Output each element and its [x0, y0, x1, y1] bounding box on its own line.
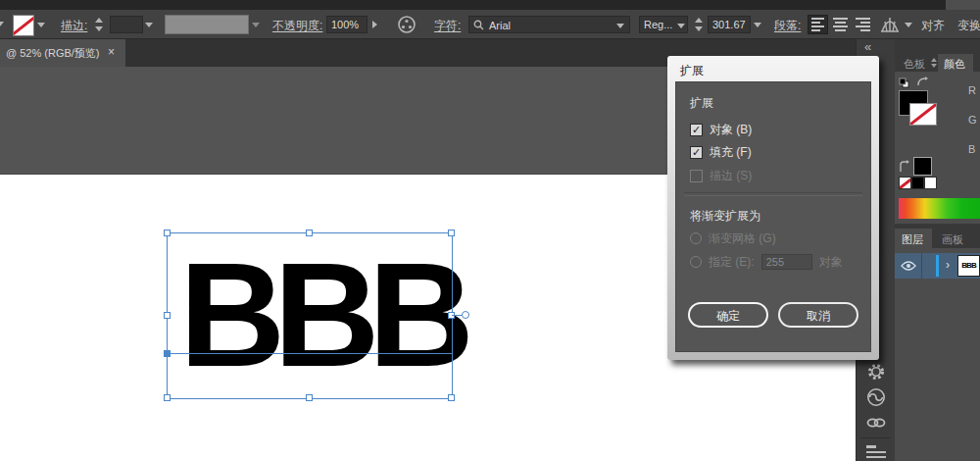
stroke-label[interactable]: 描边: — [61, 18, 87, 34]
tab-cycle-icon[interactable] — [930, 57, 938, 69]
brush-definition-chevron-icon[interactable] — [905, 23, 912, 27]
align-left-button[interactable] — [808, 15, 828, 34]
tab-artboards[interactable]: 画板 — [942, 232, 963, 247]
stroke-weight-field[interactable] — [110, 16, 143, 33]
expand-section-label: 扩展 — [690, 95, 713, 112]
align-panel-button[interactable]: 对齐 — [921, 18, 945, 34]
baseline-line — [167, 353, 452, 354]
stroke-proxy-swatch[interactable] — [909, 103, 937, 126]
radio-icon — [690, 256, 702, 268]
collapse-panels-icon[interactable]: « — [864, 39, 871, 54]
checkbox-fill-label: 填充 (F) — [710, 144, 752, 161]
variable-width-profile-select[interactable] — [165, 15, 249, 34]
font-style-select[interactable]: Reg... — [639, 16, 688, 33]
specify-suffix-label: 对象 — [819, 254, 843, 271]
profile-chevron-icon[interactable] — [252, 23, 260, 27]
default-swatches-icon[interactable] — [899, 77, 909, 88]
character-label[interactable]: 字符: — [434, 18, 461, 34]
brush-definition-icon[interactable] — [879, 16, 901, 33]
checkbox-stroke-label: 描边 (S) — [710, 168, 752, 184]
font-search-icon — [473, 20, 484, 30]
font-family-input[interactable]: Arial — [468, 16, 630, 33]
checkbox-checked-icon[interactable]: ✓ — [690, 146, 703, 159]
active-color-swatch[interactable] — [913, 157, 932, 176]
creative-cloud-icon[interactable] — [865, 386, 887, 408]
color-spectrum-bar[interactable] — [899, 198, 980, 219]
layers-panel-tabs: 图层 画板 — [895, 229, 980, 248]
swap-fill-stroke-icon[interactable] — [916, 77, 929, 88]
link-icon[interactable] — [865, 412, 887, 434]
panel-dock-header — [895, 39, 980, 54]
font-family-chevron-icon — [616, 24, 624, 28]
black-swatch-small[interactable] — [911, 177, 924, 189]
layer-row[interactable]: › BBB — [895, 253, 980, 279]
gear-icon[interactable] — [865, 361, 887, 383]
selection-handle[interactable] — [448, 394, 455, 401]
checkbox-fill[interactable]: ✓ 填充 (F) — [690, 145, 752, 159]
layer-thumbnail[interactable]: BBB — [957, 255, 980, 277]
selection-handle[interactable] — [306, 230, 313, 236]
align-right-button[interactable] — [853, 15, 873, 34]
layer-expand-chevron-icon[interactable]: › — [946, 258, 950, 272]
recolor-artwork-icon[interactable] — [397, 15, 416, 34]
g-channel-label: G — [968, 114, 977, 126]
tab-color[interactable]: 颜色 — [944, 57, 965, 72]
ok-button[interactable]: 确定 — [688, 302, 768, 328]
panel-column: 色板 颜色 R G B — [895, 39, 980, 461]
strip-divider — [860, 437, 890, 438]
font-size-field[interactable]: 301.67 — [708, 16, 751, 33]
paragraph-label[interactable]: 段落: — [774, 18, 801, 34]
gradient-section-label: 将渐变扩展为 — [690, 208, 760, 225]
baseline-handle[interactable] — [164, 350, 171, 357]
radio-gradient-mesh: 渐变网格 (G) — [690, 231, 776, 245]
tab-layers[interactable]: 图层 — [902, 232, 923, 247]
tab-swatches[interactable]: 色板 — [904, 57, 925, 72]
radio-icon — [690, 232, 702, 244]
dialog-title: 扩展 — [680, 63, 704, 79]
radio-specify: 指定 (E): 255 对象 — [690, 255, 843, 269]
selection-handle[interactable] — [164, 312, 171, 319]
selection-handle[interactable] — [306, 394, 313, 401]
selection-handle[interactable] — [164, 230, 171, 236]
document-tab-title: @ 52% (RGB/预览) — [6, 46, 100, 61]
eye-icon[interactable] — [901, 261, 916, 271]
color-panel-tabs: 色板 颜色 — [895, 54, 980, 72]
dialog-divider — [684, 192, 862, 196]
b-channel-label: B — [968, 143, 975, 155]
checkbox-object-label: 对象 (B) — [710, 122, 752, 138]
specify-input: 255 — [761, 254, 812, 270]
stroke-weight-chevron-icon[interactable] — [145, 23, 153, 27]
illustrator-window: 描边: 不透明度: 100% 字符: Arial Reg... — [0, 0, 980, 461]
app-bar — [0, 0, 980, 10]
selection-box[interactable] — [167, 232, 453, 399]
font-family-value: Arial — [489, 18, 511, 33]
align-center-button[interactable] — [830, 15, 851, 34]
libraries-icon[interactable] — [866, 445, 886, 461]
font-style-value: Reg... — [644, 19, 672, 30]
dialog-body: 扩展 ✓ 对象 (B) ✓ 填充 (F) 描边 (S) 将渐变扩展为 渐变网格 … — [675, 81, 871, 352]
selection-handle[interactable] — [164, 394, 171, 401]
opacity-label[interactable]: 不透明度: — [272, 18, 322, 34]
radio-gradient-mesh-label: 渐变网格 (G) — [709, 230, 776, 247]
opacity-field[interactable]: 100% — [326, 16, 368, 33]
tab-close-icon[interactable]: × — [108, 45, 115, 59]
none-swatch-small[interactable] — [899, 177, 911, 189]
opacity-chevron-icon[interactable] — [372, 21, 377, 28]
side-widget-circle[interactable] — [462, 311, 469, 319]
document-tab[interactable]: @ 52% (RGB/预览) × — [0, 39, 125, 67]
stroke-weight-stepper[interactable] — [94, 17, 104, 32]
font-size-chevron-icon[interactable] — [754, 23, 761, 27]
layer-row-divider — [921, 253, 922, 279]
checkbox-object[interactable]: ✓ 对象 (B) — [690, 123, 752, 136]
edge-chevron-icon[interactable] — [0, 22, 4, 26]
checkbox-checked-icon[interactable]: ✓ — [690, 124, 703, 136]
selection-handle[interactable] — [448, 230, 455, 236]
invert-arrow-icon[interactable] — [898, 160, 910, 173]
font-size-stepper[interactable] — [694, 17, 704, 32]
expand-dialog[interactable]: 扩展 扩展 ✓ 对象 (B) ✓ 填充 (F) 描边 (S) 将渐变扩展为 渐变… — [667, 56, 879, 360]
cancel-button[interactable]: 取消 — [778, 302, 858, 328]
fill-dropdown-chevron-icon[interactable] — [37, 23, 45, 27]
fill-none-swatch[interactable] — [13, 15, 34, 36]
transform-panel-button[interactable]: 变换 — [957, 18, 980, 34]
white-swatch-small[interactable] — [924, 177, 937, 189]
